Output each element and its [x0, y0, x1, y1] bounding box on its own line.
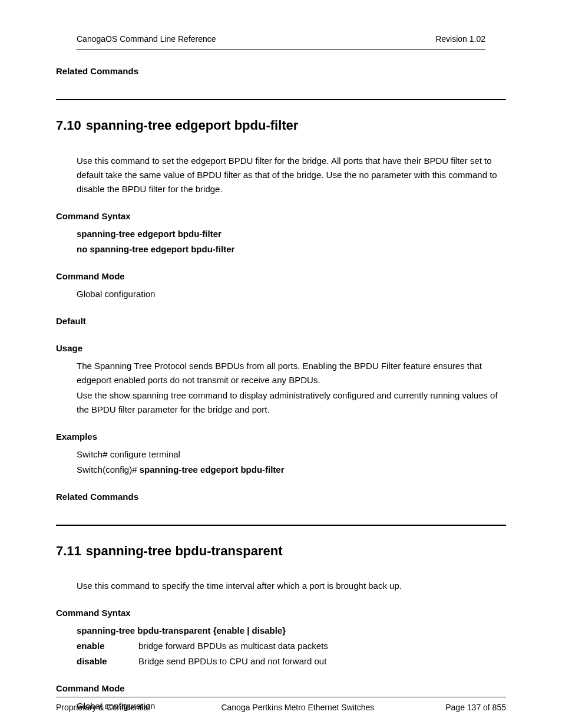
footer-center: Canoga Pertkins Metro Ethernet Switches: [221, 701, 374, 714]
usage-paragraph: Use the show spanning tree command to di…: [77, 388, 506, 417]
param-key: disable: [77, 654, 138, 668]
param-row: enable bridge forward BPDUs as multicast…: [77, 639, 506, 653]
example-line: Switch# configure terminal: [77, 447, 506, 462]
page-header: CanogaOS Command Line Reference Revision…: [77, 32, 485, 50]
command-syntax-label: Command Syntax: [56, 606, 506, 620]
usage-label: Usage: [56, 341, 506, 355]
footer-left: Proprietary & Confidential: [56, 701, 150, 714]
section-name: spanning-tree edgeport bpdu-filter: [86, 115, 299, 136]
footer-right: Page 137 of 855: [445, 701, 506, 714]
example-line: Switch(config)# spanning-tree edgeport b…: [77, 463, 506, 477]
page-footer: Proprietary & Confidential Canoga Pertki…: [56, 697, 506, 714]
section-7-10-intro: Use this command to set the edgeport BPD…: [77, 154, 506, 196]
document-page: CanogaOS Command Line Reference Revision…: [0, 0, 562, 728]
section-7-10-title: 7.10 spanning-tree edgeport bpdu-filter: [56, 115, 506, 136]
param-value: bridge forward BPDUs as multicast data p…: [138, 639, 506, 653]
section-7-11-title: 7.11 spanning-tree bpdu-transparent: [56, 541, 506, 561]
footer-divider: [56, 697, 506, 697]
footer-row: Proprietary & Confidential Canoga Pertki…: [56, 701, 506, 714]
header-right: Revision 1.02: [435, 32, 485, 45]
param-key: enable: [77, 639, 138, 653]
examples-label: Examples: [56, 430, 506, 444]
syntax-line: spanning-tree edgeport bpdu-filter: [77, 227, 506, 241]
usage-paragraph: The Spanning Tree Protocol sends BPDUs f…: [77, 359, 506, 387]
command-mode-value: Global configuration: [77, 287, 506, 301]
syntax-line: spanning-tree bpdu-transparent {enable |…: [77, 624, 506, 638]
header-left: CanogaOS Command Line Reference: [77, 32, 216, 45]
section-divider: [56, 99, 506, 100]
example-prefix: Switch(config)#: [77, 465, 140, 475]
related-commands-label: Related Commands: [56, 490, 506, 504]
section-number: 7.10: [56, 115, 81, 136]
command-mode-label: Command Mode: [56, 681, 506, 696]
related-commands-heading-top: Related Commands: [56, 64, 506, 78]
section-name: spanning-tree bpdu-transparent: [86, 541, 283, 561]
section-divider: [56, 525, 506, 526]
default-label: Default: [56, 314, 506, 328]
command-mode-label: Command Mode: [56, 269, 506, 284]
section-number: 7.11: [56, 541, 81, 561]
example-command: spanning-tree edgeport bpdu-filter: [140, 465, 285, 475]
command-syntax-label: Command Syntax: [56, 209, 506, 223]
syntax-line: no spanning-tree edgeport bpdu-filter: [77, 242, 506, 256]
section-7-11-intro: Use this command to specify the time int…: [77, 579, 506, 593]
param-row: disable Bridge send BPDUs to CPU and not…: [77, 654, 506, 668]
param-value: Bridge send BPDUs to CPU and not forward…: [138, 654, 506, 668]
